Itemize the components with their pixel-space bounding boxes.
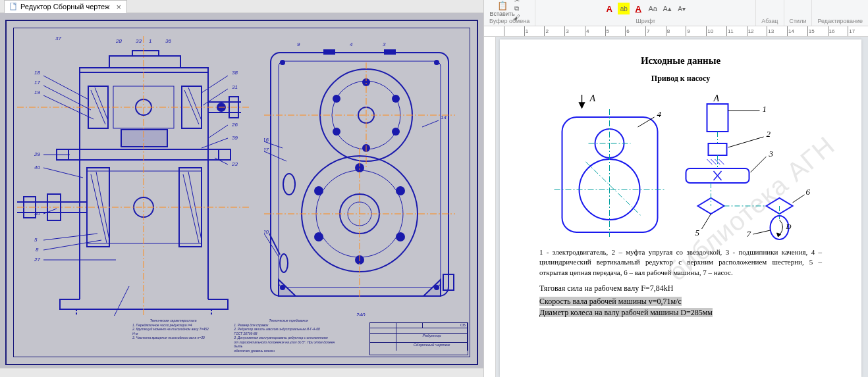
ribbon-group-font: A ab A Aa A▴ A▾ Шрифт xyxy=(535,0,756,26)
svg-text:1: 1 xyxy=(763,104,767,114)
svg-line-39 xyxy=(43,168,83,178)
cad-tab-bar: Редуктор Сборный чертеж × xyxy=(0,0,483,13)
svg-text:6: 6 xyxy=(806,187,811,197)
svg-text:40: 40 xyxy=(34,164,40,170)
svg-line-108 xyxy=(422,120,439,127)
ribbon: 📋 Вставить ✂ ⧉ 🖌 Буфер обмена A ab A Aa … xyxy=(484,0,868,26)
doc-heading: Исходные данные xyxy=(539,54,822,68)
kinematic-scheme: A A 4 xyxy=(539,91,822,242)
svg-text:27: 27 xyxy=(264,147,269,153)
svg-text:18: 18 xyxy=(34,70,40,76)
clipboard-icon: 📋 xyxy=(497,1,508,11)
svg-rect-4 xyxy=(219,149,231,160)
cad-tab-active[interactable]: Редуктор Сборный чертеж × xyxy=(4,0,127,13)
cad-tab-title: Редуктор Сборный чертеж xyxy=(20,3,109,11)
font-color-icon[interactable]: A xyxy=(603,3,615,14)
vertical-ruler[interactable] xyxy=(484,37,496,377)
svg-line-49 xyxy=(215,158,228,164)
svg-text:17: 17 xyxy=(34,80,40,86)
svg-text:4: 4 xyxy=(350,41,353,47)
svg-text:5: 5 xyxy=(695,228,700,238)
reducer-section-view: 181719 294030 5827 383126 3923 372833 13… xyxy=(17,36,251,316)
svg-text:30: 30 xyxy=(34,211,40,216)
drawing-sheet: 181719 294030 5827 383126 3923 372833 13… xyxy=(5,20,478,365)
svg-point-100 xyxy=(280,285,285,290)
title-block: СБ Редуктор Сборочный чертеж xyxy=(369,322,468,355)
close-icon[interactable]: × xyxy=(116,2,121,12)
grow-font-icon[interactable]: A▴ xyxy=(661,3,673,14)
drawing-frame: 181719 294030 5827 383126 3923 372833 13… xyxy=(13,28,470,357)
svg-line-152 xyxy=(793,195,805,203)
svg-text:D: D xyxy=(786,222,792,230)
svg-point-90 xyxy=(333,128,340,136)
cad-horizontal-scrollbar[interactable] xyxy=(0,368,483,377)
svg-point-93 xyxy=(396,186,405,195)
svg-text:16: 16 xyxy=(264,137,269,143)
svg-text:26: 26 xyxy=(231,122,238,128)
svg-point-101 xyxy=(434,285,439,290)
svg-rect-13 xyxy=(121,130,167,147)
paste-button[interactable]: 📋 Вставить xyxy=(497,1,508,17)
ribbon-group-styles: Стили xyxy=(784,0,813,26)
svg-text:36: 36 xyxy=(165,38,171,44)
svg-line-47 xyxy=(208,125,228,138)
svg-line-131 xyxy=(638,117,655,127)
svg-text:3: 3 xyxy=(769,149,774,159)
shrink-font-icon[interactable]: A▾ xyxy=(676,3,688,14)
svg-text:7: 7 xyxy=(747,229,751,239)
param-force: Тяговая сила на рабочем валу F=7,84kH xyxy=(539,283,822,294)
svg-point-83 xyxy=(280,254,288,272)
change-case-icon[interactable]: Aa xyxy=(647,3,659,14)
svg-text:37: 37 xyxy=(55,36,61,41)
document-area: библиотека АГН Исходные данные Привод к … xyxy=(484,37,868,377)
svg-point-96 xyxy=(314,232,323,241)
ribbon-group-clipboard: 📋 Вставить ✂ ⧉ 🖌 Буфер обмена xyxy=(484,0,535,26)
word-application: 📋 Вставить ✂ ⧉ 🖌 Буфер обмена A ab A Aa … xyxy=(483,0,868,377)
svg-line-35 xyxy=(43,76,88,99)
svg-text:4: 4 xyxy=(657,109,662,119)
reducer-plan-view: 14 271620 943 240 xyxy=(264,36,455,316)
svg-line-46 xyxy=(203,89,228,105)
svg-rect-133 xyxy=(707,104,728,132)
font-color-2-icon[interactable]: A xyxy=(632,3,644,14)
svg-point-87 xyxy=(392,95,400,103)
document-page[interactable]: библиотека АГН Исходные данные Привод к … xyxy=(500,39,861,377)
svg-text:2: 2 xyxy=(767,129,771,139)
param-diameter: Диаметр колеса на валу рабочей машины D=… xyxy=(539,308,713,317)
svg-text:14: 14 xyxy=(441,114,447,120)
svg-text:38: 38 xyxy=(232,70,238,76)
svg-line-149 xyxy=(728,137,764,147)
cad-viewport[interactable]: 181719 294030 5827 383126 3923 372833 13… xyxy=(0,13,483,377)
svg-text:5: 5 xyxy=(34,237,38,243)
svg-text:31: 31 xyxy=(232,84,238,90)
copy-icon[interactable]: ⧉ xyxy=(511,5,523,13)
svg-line-36 xyxy=(43,86,91,110)
cut-icon[interactable]: ✂ xyxy=(511,0,523,4)
svg-text:8: 8 xyxy=(36,247,39,253)
svg-text:20: 20 xyxy=(264,229,269,235)
ribbon-group-editing: Редактирование xyxy=(812,0,868,26)
svg-point-94 xyxy=(396,232,405,241)
document-icon xyxy=(10,3,18,11)
svg-line-110 xyxy=(264,151,286,161)
svg-point-97 xyxy=(314,186,323,195)
svg-point-88 xyxy=(392,128,400,136)
svg-text:3: 3 xyxy=(383,41,386,47)
svg-rect-103 xyxy=(384,49,396,55)
svg-point-98 xyxy=(280,60,285,65)
doc-subheading: Привод к насосу xyxy=(539,73,822,84)
svg-text:33: 33 xyxy=(136,38,142,44)
svg-line-44 xyxy=(113,286,129,316)
drawing-notes: Техническая характеристика 1. Передаточн… xyxy=(132,318,343,353)
horizontal-ruler[interactable]: 1234567891011121314151617 xyxy=(484,26,868,37)
svg-text:1: 1 xyxy=(149,38,151,44)
svg-text:19: 19 xyxy=(34,89,40,95)
svg-text:A: A xyxy=(713,93,720,103)
highlight-icon[interactable]: ab xyxy=(618,3,630,14)
svg-line-45 xyxy=(202,76,228,93)
svg-rect-102 xyxy=(323,49,335,55)
svg-text:240: 240 xyxy=(356,312,366,316)
svg-text:27: 27 xyxy=(34,257,40,263)
svg-point-91 xyxy=(333,95,340,103)
svg-line-41 xyxy=(43,234,97,240)
